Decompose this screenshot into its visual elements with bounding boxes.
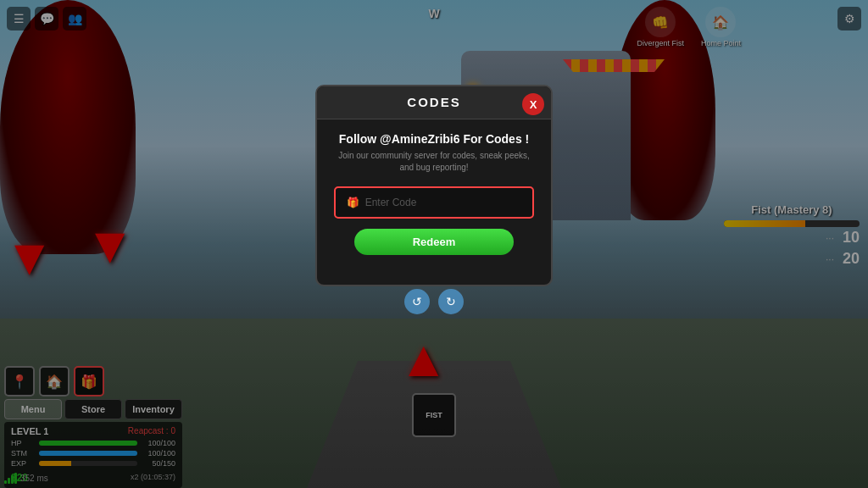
scroll-right-arrow[interactable]: ↻ <box>438 289 464 314</box>
modal-follow-text: Follow @AmineZribi6 For Codes ! <box>334 132 534 146</box>
modal-header: CODES <box>317 86 551 119</box>
modal-scroll-arrows: ↺ ↻ <box>404 289 464 314</box>
modal-overlay: CODES X Follow @AmineZribi6 For Codes ! … <box>0 0 868 488</box>
modal-sub-text: Join our community server for codes, sne… <box>334 150 534 174</box>
modal-body: Follow @AmineZribi6 For Codes ! Join our… <box>317 119 551 268</box>
scroll-left-arrow[interactable]: ↺ <box>404 289 430 314</box>
modal-title: CODES <box>407 95 460 109</box>
codes-modal: CODES X Follow @AmineZribi6 For Codes ! … <box>315 85 553 286</box>
redeem-button[interactable]: Redeem <box>354 229 515 255</box>
code-input[interactable] <box>338 191 530 214</box>
code-input-wrapper <box>334 186 534 219</box>
modal-close-button[interactable]: X <box>522 93 544 115</box>
